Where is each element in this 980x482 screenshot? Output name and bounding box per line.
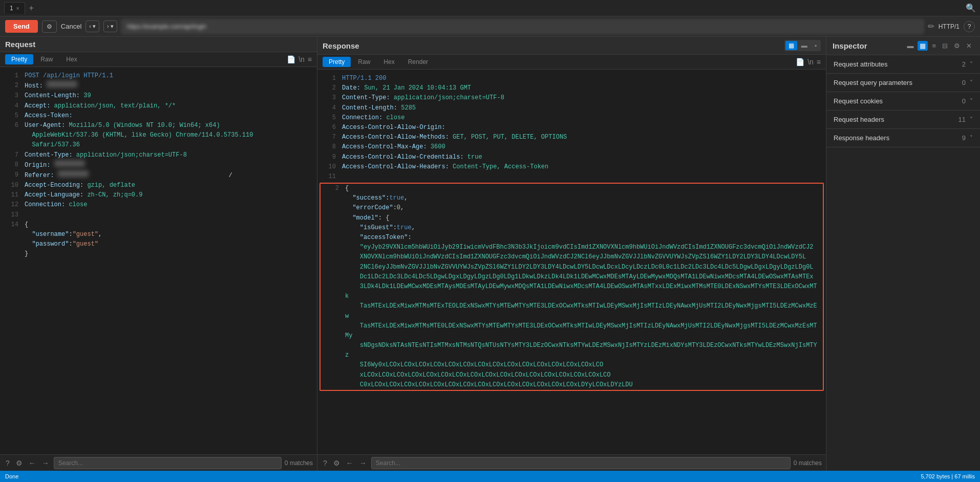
- menu-icon-response[interactable]: ≡: [817, 58, 821, 66]
- add-tab-button[interactable]: +: [27, 4, 36, 13]
- settings-btn-request[interactable]: ⚙: [14, 459, 24, 467]
- inspector-close-icon[interactable]: ✕: [964, 41, 974, 51]
- code-line: 3 Content-Length: 39: [0, 91, 317, 101]
- back-btn-response[interactable]: ←: [345, 459, 355, 467]
- code-line: 3 Content-Type: application/json;charset…: [317, 93, 826, 103]
- code-line: Dc1LDc2LDc3LDc4LDc5LDgwLDgxLDgyLDgzLDg0L…: [321, 272, 823, 282]
- inspector-settings-icon[interactable]: ⚙: [952, 41, 962, 51]
- edit-icon[interactable]: ✏: [928, 21, 934, 31]
- send-button[interactable]: Send: [5, 20, 38, 33]
- inspector-item-response-headers[interactable]: Response headers 9 ˅: [826, 129, 980, 147]
- inspector-icon-group: ▬ ▦ ≡ ⊟ ⚙ ✕: [905, 41, 974, 51]
- back-btn-request[interactable]: ←: [27, 459, 37, 467]
- inspector-item-label: Request query parameters: [834, 79, 962, 86]
- settings-btn-response[interactable]: ⚙: [332, 459, 342, 467]
- inspector-item-count: 0: [962, 97, 966, 105]
- code-line: "password":"guest": [0, 239, 317, 249]
- code-line: AppleWebKit/537.36 (KHTML, like Gecko) C…: [0, 130, 317, 140]
- url-input[interactable]: [121, 19, 924, 34]
- newline-icon-response[interactable]: \n: [807, 58, 814, 66]
- forward-btn-request[interactable]: →: [40, 459, 51, 467]
- code-line: 2 {: [321, 184, 823, 193]
- inspector-item-count: 0: [962, 79, 966, 86]
- inspector-item-request-attributes[interactable]: Request attributes 2 ˅: [826, 55, 980, 74]
- protocol-label: HTTP/1: [939, 23, 960, 30]
- code-line: 4 Content-Length: 5285: [317, 103, 826, 113]
- inspector-filter-icon[interactable]: ⊟: [940, 41, 950, 51]
- search-icon[interactable]: 🔍: [966, 3, 976, 13]
- code-line: 9 Referer: /: [0, 170, 317, 181]
- tab-raw-response[interactable]: Raw: [352, 57, 376, 67]
- tab-pretty-request[interactable]: Pretty: [5, 54, 33, 64]
- response-body-highlight: 2 { "success":true, "errorCode":0, "mode…: [319, 183, 824, 391]
- code-line: 10 Accept-Encoding: gzip, deflate: [0, 181, 317, 190]
- help-btn-request[interactable]: ?: [4, 459, 11, 467]
- inspector-view-1[interactable]: ▬: [905, 41, 915, 51]
- matches-text-response: 0 matches: [794, 459, 822, 467]
- inspector-view-2[interactable]: ▦: [918, 41, 928, 51]
- code-line: 1 POST /api/login HTTP/1.1: [0, 71, 317, 81]
- chevron-down-icon: ˅: [970, 79, 973, 86]
- inspector-item-request-cookies[interactable]: Request cookies 0 ˅: [826, 92, 980, 111]
- body-icon-request[interactable]: 📄: [287, 55, 295, 63]
- inspector-item-count: 9: [962, 134, 966, 142]
- inspector-item-label: Request headers: [834, 116, 958, 123]
- tab-1[interactable]: 1 ×: [4, 2, 25, 14]
- response-bottom-bar: ? ⚙ ← → 0 matches: [317, 454, 826, 471]
- response-title: Response: [323, 41, 781, 50]
- settings-button[interactable]: ⚙: [42, 20, 57, 33]
- inspector-item-count: 11: [958, 116, 966, 123]
- code-line: 1 HTTP/1.1 200: [317, 74, 826, 83]
- tab-pretty-response[interactable]: Pretty: [323, 57, 351, 67]
- tab-hex-request[interactable]: Hex: [60, 54, 83, 64]
- code-line: XNOVXNlcm9hbWUiOiJndWVzdCIsImd1ZXNOUGFzc…: [321, 252, 823, 262]
- search-input-response[interactable]: [371, 457, 791, 469]
- code-line: TasMTExLDExMiwxMTMsMTE0LDExNSwxMTYsMTEwM…: [321, 321, 823, 341]
- view-single-btn[interactable]: ▬: [798, 41, 811, 50]
- cancel-button[interactable]: Cancel: [61, 23, 81, 30]
- nav-forward-button[interactable]: › ▾: [103, 20, 117, 32]
- response-code-area[interactable]: 1 HTTP/1.1 200 2 Date: Sun, 21 Jan 2024 …: [317, 70, 826, 454]
- inspector-item-request-headers[interactable]: Request headers 11 ˅: [826, 111, 980, 129]
- code-line: 2NCl6eyJJbmNvZGVJJlbNvZGVVUYWJsZVpZSl6WZ…: [321, 262, 823, 272]
- code-line: 3LDk4LDk1LDEwMCwxMDEsMTAysMDEsMTAyLDEwMy…: [321, 282, 823, 301]
- help-icon[interactable]: ?: [964, 21, 975, 32]
- code-line: "success":true,: [321, 193, 823, 203]
- tab-close-icon[interactable]: ×: [16, 6, 19, 11]
- newline-icon-request[interactable]: \n: [299, 55, 305, 63]
- help-btn-response[interactable]: ?: [322, 459, 329, 467]
- inspector-panel: Inspector ▬ ▦ ≡ ⊟ ⚙ ✕ Request attributes…: [826, 37, 980, 471]
- tab-raw-request[interactable]: Raw: [34, 54, 59, 64]
- request-sub-tabs: Pretty Raw Hex 📄 \n ≡: [0, 52, 317, 67]
- view-split-btn[interactable]: ▦: [785, 41, 797, 50]
- menu-icon-request[interactable]: ≡: [308, 55, 312, 63]
- inspector-item-label: Request attributes: [834, 60, 962, 68]
- chevron-down-icon: ˅: [970, 135, 973, 142]
- inspector-header: Inspector ▬ ▦ ≡ ⊟ ⚙ ✕: [826, 37, 980, 55]
- main-content: Request Pretty Raw Hex 📄 \n ≡ 1 POST /ap…: [0, 37, 980, 471]
- code-line: 5 Access-Token:: [0, 111, 317, 121]
- code-line: 7 Access-Control-Allow-Methods: GET, POS…: [317, 133, 826, 142]
- view-full-btn[interactable]: ▪: [812, 41, 820, 50]
- request-code-area[interactable]: 1 POST /api/login HTTP/1.1 2 Host: 3 Con…: [0, 67, 317, 454]
- request-title: Request: [5, 40, 312, 49]
- tab-bar: 1 × + 🔍: [0, 0, 980, 16]
- inspector-item-label: Response headers: [834, 134, 962, 142]
- code-line: 2 Host:: [0, 81, 317, 91]
- response-sub-tabs: Pretty Raw Hex Render 📄 \n ≡: [317, 55, 826, 70]
- inspector-title: Inspector: [833, 41, 905, 50]
- body-icon-response[interactable]: 📄: [796, 58, 804, 66]
- request-bottom-bar: ? ⚙ ← → 0 matches: [0, 454, 317, 471]
- forward-btn-response[interactable]: →: [358, 459, 368, 467]
- code-line: SI6Wy0xLCOxLCOxLCOxLCOxLCOxLCOxLCOxLCOxL…: [321, 360, 823, 370]
- matches-text-request: 0 matches: [285, 459, 313, 467]
- inspector-align-icon[interactable]: ≡: [930, 41, 938, 51]
- tab-hex-response[interactable]: Hex: [377, 57, 400, 67]
- code-line: "username":"guest",: [0, 230, 317, 239]
- nav-back-button[interactable]: ‹ ▾: [86, 20, 99, 32]
- search-input-request[interactable]: [54, 457, 282, 469]
- code-line: 8 Origin:: [0, 160, 317, 170]
- chevron-down-icon: ˅: [970, 98, 973, 105]
- tab-render-response[interactable]: Render: [402, 57, 434, 67]
- inspector-item-request-query[interactable]: Request query parameters 0 ˅: [826, 74, 980, 92]
